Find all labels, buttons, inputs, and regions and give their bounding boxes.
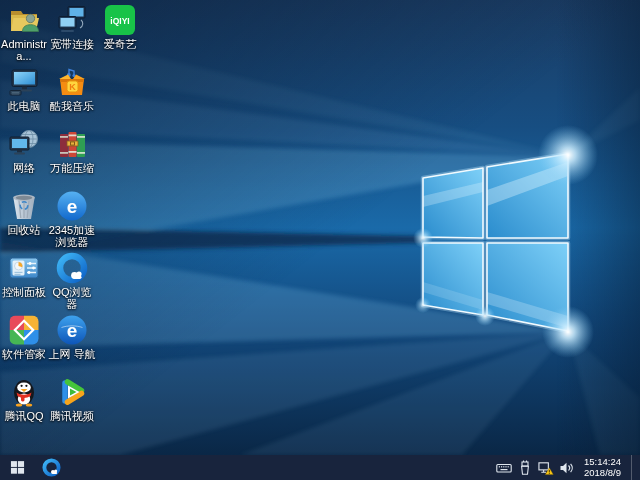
qq-browser-icon: [56, 252, 88, 284]
tencent-qq-icon: [8, 376, 40, 408]
svg-text:iQIYI: iQIYI: [110, 16, 129, 26]
svg-text:K: K: [69, 82, 76, 92]
desktop-icon-label: 爱奇艺: [104, 38, 137, 50]
network-warning-icon[interactable]: [538, 460, 554, 476]
desktop-icon-archiver[interactable]: 万能压缩: [48, 128, 96, 174]
iqiyi-icon: iQIYI: [104, 4, 136, 36]
network-icon: [8, 128, 40, 160]
desktop-icon-internet-nav[interactable]: e 上网 导航: [48, 314, 96, 360]
desktop-icon-label: 万能压缩: [50, 162, 94, 174]
usb-device-icon[interactable]: [517, 460, 533, 476]
archiver-books-icon: [56, 128, 88, 160]
recycle-bin-icon: [8, 190, 40, 222]
desktop-icon-label: 软件管家: [2, 348, 46, 360]
tencent-video-icon: [56, 376, 88, 408]
broadband-connection-icon: [56, 4, 88, 36]
desktop-icon-administrator[interactable]: Administra...: [0, 4, 48, 62]
desktop-icon-label: 腾讯QQ: [4, 410, 43, 422]
desktop-icon-kuwo-music[interactable]: K 酷我音乐: [48, 66, 96, 112]
desktop-icon-label: 酷我音乐: [50, 100, 94, 112]
kuwo-music-icon: K: [56, 66, 88, 98]
system-tray: 15:14:24 2018/8/9: [496, 455, 640, 480]
this-pc-icon: [8, 66, 40, 98]
taskbar-pinned-qq-browser[interactable]: [34, 455, 68, 480]
desktop-icon-tencent-qq[interactable]: 腾讯QQ: [0, 376, 48, 422]
taskbar: 15:14:24 2018/8/9: [0, 455, 640, 480]
svg-text:e: e: [67, 320, 78, 341]
show-desktop-button[interactable]: [631, 455, 636, 480]
svg-text:e: e: [67, 196, 78, 217]
desktop-icon-2345-browser[interactable]: e 2345加速浏览器: [48, 190, 96, 248]
taskbar-clock[interactable]: 15:14:24 2018/8/9: [580, 455, 626, 480]
desktop-wallpaper: [0, 0, 640, 455]
internet-nav-icon: e: [56, 314, 88, 346]
desktop-icon-label: 控制面板: [2, 286, 46, 298]
desktop-icon-label: 宽带连接: [50, 38, 94, 50]
desktop-icon-label: 此电脑: [8, 100, 41, 112]
desktop-icon-label: 网络: [13, 162, 35, 174]
desktop-icon-this-pc[interactable]: 此电脑: [0, 66, 48, 112]
desktop-icon-label: 2345加速浏览器: [48, 224, 96, 248]
desktop-icon-network[interactable]: 网络: [0, 128, 48, 174]
desktop-icon-label: 腾讯视频: [50, 410, 94, 422]
desktop-icon-qq-browser[interactable]: QQ浏览器: [48, 252, 96, 310]
qq-browser-taskbar-icon: [42, 458, 61, 477]
desktop-icon-broadband[interactable]: 宽带连接: [48, 4, 96, 50]
2345-browser-icon: e: [56, 190, 88, 222]
start-button[interactable]: [0, 455, 34, 480]
desktop-icon-iqiyi[interactable]: iQIYI 爱奇艺: [96, 4, 144, 50]
desktop-icon-label: 回收站: [8, 224, 41, 236]
volume-icon[interactable]: [559, 460, 575, 476]
software-manager-icon: [8, 314, 40, 346]
desktop-icon-tencent-video[interactable]: 腾讯视频: [48, 376, 96, 422]
user-folder-icon: [8, 4, 40, 36]
desktop-icon-label: QQ浏览器: [48, 286, 96, 310]
desktop-icon-software-manager[interactable]: 软件管家: [0, 314, 48, 360]
touch-keyboard-icon[interactable]: [496, 460, 512, 476]
desktop-icon-recycle-bin[interactable]: 回收站: [0, 190, 48, 236]
control-panel-icon: [8, 252, 40, 284]
desktop: Administra... 宽带连接 iQIYI 爱奇艺: [0, 0, 640, 455]
windows-start-icon: [10, 460, 25, 475]
desktop-icon-label: 上网 导航: [48, 348, 95, 360]
tray-time: 15:14:24: [584, 457, 621, 468]
desktop-icon-control-panel[interactable]: 控制面板: [0, 252, 48, 298]
desktop-icon-label: Administra...: [0, 38, 48, 62]
tray-date: 2018/8/9: [584, 468, 621, 479]
